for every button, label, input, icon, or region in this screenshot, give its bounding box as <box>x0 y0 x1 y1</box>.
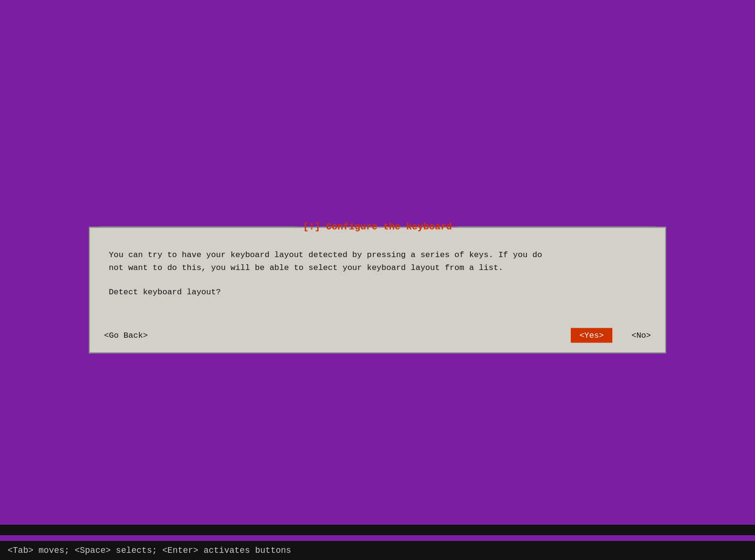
dialog-box: [!] Configure the keyboard You can try t… <box>89 227 666 353</box>
go-back-button[interactable]: <Go Back> <box>104 331 148 340</box>
right-button-group: <Yes> <No> <box>571 328 651 343</box>
dialog-container: [!] Configure the keyboard You can try t… <box>89 227 666 353</box>
status-bar-text: <Tab> moves; <Space> selects; <Enter> ac… <box>8 546 291 555</box>
dialog-question: Detect keyboard layout? <box>109 288 646 297</box>
dialog-buttons: <Go Back> <Yes> <No> <box>90 328 665 353</box>
dialog-title: [!] Configure the keyboard <box>297 221 458 232</box>
no-button[interactable]: <No> <box>631 331 651 340</box>
dialog-content: You can try to have your keyboard layout… <box>90 239 665 328</box>
message-line1: You can try to have your keyboard layout… <box>109 250 542 259</box>
terminal-screen: [!] Configure the keyboard You can try t… <box>0 0 755 560</box>
dialog-titlebar: [!] Configure the keyboard <box>99 221 656 232</box>
message-line2: not want to do this, you will be able to… <box>109 263 503 272</box>
titlebar-line-left <box>99 226 297 227</box>
dialog-message: You can try to have your keyboard layout… <box>109 249 646 274</box>
titlebar-line-right <box>458 226 656 227</box>
status-bar: <Tab> moves; <Space> selects; <Enter> ac… <box>0 541 755 560</box>
yes-button[interactable]: <Yes> <box>571 328 612 343</box>
black-bar <box>0 525 755 535</box>
